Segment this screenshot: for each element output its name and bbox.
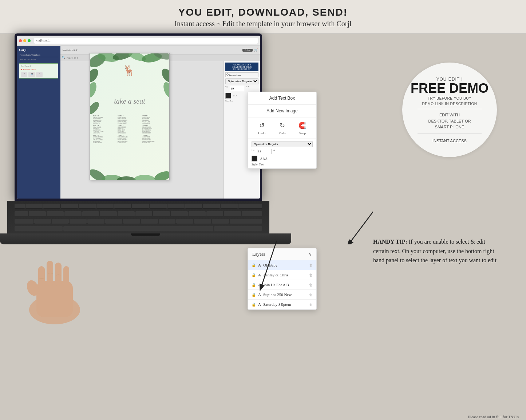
add-text-box-button[interactable]: Add Text Box <box>248 92 316 105</box>
layer-type-icon-1: A <box>258 263 261 267</box>
svg-point-10 <box>162 81 170 99</box>
layer-delete-icon-3[interactable]: 🗑 <box>309 283 313 287</box>
layer-lock-icon-3: 🔒 <box>252 283 256 287</box>
font-select[interactable]: Spinnaker Regular <box>225 78 258 84</box>
canvas-deer: 🦌 <box>123 64 135 76</box>
layer-type-icon-5: A <box>258 302 261 307</box>
sidebar-btn-2[interactable]: 💾 <box>28 72 35 77</box>
redo-label: Redo <box>279 131 286 135</box>
undo-icon: ↺ <box>257 121 266 130</box>
layer-delete-icon-4[interactable]: 🗑 <box>309 293 313 297</box>
sidebar-btn-3[interactable]: ✓ <box>36 72 43 77</box>
layer-item-saturday[interactable]: 🔒 A Saturday SEptem 🗑 <box>248 300 316 309</box>
layer-delete-icon-1[interactable]: 🗑 <box>309 263 313 267</box>
resize-image-check[interactable]: Resize as Image <box>225 72 258 77</box>
layer-lock-icon-5: 🔒 <box>252 303 256 307</box>
order-status: INCOMPLETE <box>23 68 36 70</box>
layer-lock-icon-1: 🔒 <box>252 263 256 267</box>
redo-tool[interactable]: ↻ Redo <box>278 121 286 135</box>
demo-divider-1 <box>418 109 482 109</box>
layer-item-oh-baby[interactable]: 🔒 A Oh Baby 🗑 <box>248 260 316 270</box>
layer-item-ashley-chris[interactable]: 🔒 A Ashley & Chris 🗑 <box>248 270 316 280</box>
svg-point-6 <box>90 67 100 84</box>
corjl-main: best friend it ▾ Online 🛒 🔍 Page 1 of 1 <box>60 46 260 199</box>
layers-header: Layers ∨ <box>248 248 316 260</box>
layer-delete-icon-2[interactable]: 🗑 <box>309 273 313 277</box>
footer-credit: Please read ad in full for T&C's <box>468 415 519 419</box>
keyboard-row-4 <box>15 226 262 233</box>
height-input[interactable] <box>230 86 244 91</box>
banner-title: YOU EDIT, DOWNLOAD, SEND! <box>0 7 526 18</box>
keyboard-row-2 <box>15 211 262 218</box>
browser-bar: corjl.com/... <box>17 36 260 46</box>
undo-label: Undo <box>258 131 265 135</box>
zoom-level: Page 1 of 1 <box>67 56 78 59</box>
canvas-tables: TABLE 1 SAMANTHA JAMESJESSICA SMITHMICHA… <box>91 115 168 144</box>
svg-point-15 <box>153 169 170 180</box>
browser-dot-red <box>19 39 22 42</box>
main-area: corjl.com/... Corjl NoorayParty Template… <box>0 33 526 420</box>
demo-try-before: TRY BEFORE YOU BUY <box>428 96 471 100</box>
svg-point-7 <box>90 81 98 99</box>
style-text: Style: Text <box>252 163 313 166</box>
demo-instant-access: INSTANT ACCESS <box>432 139 467 143</box>
hand-svg <box>18 252 106 324</box>
zoom-in-icon[interactable]: 🔍 <box>62 56 66 59</box>
demo-divider-2 <box>418 133 482 133</box>
canvas-table-6: TABLE 6 CHLOE NELSONBENJAMIN CARTERELLA … <box>142 125 166 134</box>
order-label: Hold Name 4 <box>21 65 56 67</box>
svg-point-14 <box>134 175 155 180</box>
free-demo-circle: YOU EDIT ! FREE DEMO TRY BEFORE YOU BUY … <box>402 63 497 157</box>
sidebar-btn-1[interactable]: ↩ <box>21 72 27 77</box>
browser-dot-green <box>28 39 31 42</box>
snap-icon: 🧲 <box>298 121 307 130</box>
canvas-table-1: TABLE 1 SAMANTHA JAMESJESSICA SMITHMICHA… <box>93 115 117 124</box>
snap-tool[interactable]: 🧲 Snap <box>298 121 307 135</box>
corjl-interface: Corjl NoorayParty Templates Order ID: 15… <box>17 46 260 199</box>
svg-rect-20 <box>55 263 62 286</box>
toolbar-label: best friend it ▾ <box>63 49 78 52</box>
layer-delete-icon-5[interactable]: 🗑 <box>309 303 313 307</box>
svg-rect-18 <box>38 266 45 288</box>
browser-dot-yellow <box>23 39 26 42</box>
add-new-image-button[interactable]: Add New Image <box>248 105 316 117</box>
top-banner: YOU EDIT, DOWNLOAD, SEND! Instant access… <box>0 0 526 33</box>
snap-label: Snap <box>299 131 306 135</box>
corjl-brand: NoorayParty Templates <box>19 53 58 57</box>
canvas-table-7: TABLE 7 VICTORIA TURNERJACK PHILLIPSNATA… <box>93 135 117 144</box>
hgt-input[interactable] <box>257 149 272 154</box>
corjl-sidebar: Corjl NoorayParty Templates Order ID: 15… <box>17 46 60 199</box>
canvas-take-a-seat: take a seat <box>90 97 169 105</box>
layer-name-oh-baby: Oh Baby <box>263 263 307 267</box>
layer-item-join-us[interactable]: 🔒 A Join Us For A B 🗑 <box>248 280 316 290</box>
svg-rect-21 <box>63 266 69 288</box>
undo-tool[interactable]: ↺ Undo <box>257 121 266 135</box>
layers-title: Layers <box>252 251 265 257</box>
color-swatch[interactable] <box>225 93 231 99</box>
corjl-logo: Corjl <box>19 48 58 52</box>
keyboard-row-3 <box>15 219 262 225</box>
layer-item-supinos[interactable]: 🔒 A Supinos 250 New 🗑 <box>248 290 316 300</box>
layer-name-saturday: Saturday SEptem <box>263 302 307 307</box>
text-color-swatch[interactable] <box>252 156 257 161</box>
browser-url: corjl.com/... <box>34 38 258 44</box>
text-style-select[interactable]: Spinnaker Regular <box>252 141 313 147</box>
design-canvas: 🦌 take a seat TABLE 1 SAM <box>90 53 170 180</box>
laptop-screen: corjl.com/... Corjl NoorayParty Template… <box>15 33 262 201</box>
laptop-base <box>0 233 291 244</box>
layer-lock-icon-4: 🔒 <box>252 293 256 297</box>
handy-tip-label: HANDY TIP: <box>373 239 407 245</box>
layers-chevron-icon[interactable]: ∨ <box>309 252 312 257</box>
layer-name-supinos: Supinos 250 New <box>263 292 307 297</box>
demo-link: DEMO LINK IN DESCRIPTION <box>422 102 477 106</box>
canvas-table-3: TABLE 3 AVA JACKSONNOAH WHITEMIA HARRISL… <box>142 115 166 124</box>
screen-inner: corjl.com/... Corjl NoorayParty Template… <box>17 36 260 199</box>
layer-type-icon-2: A <box>258 273 261 277</box>
canvas-table-2: TABLE 2 DANIEL WILSONOLIVIA TAYLORJAMES … <box>118 115 142 124</box>
cart-icon[interactable]: 🛒 <box>254 48 258 52</box>
online-badge: Online <box>242 49 253 52</box>
demo-edit-with: EDIT WITHDESKTOP, TABLET ORSMART PHONE <box>428 112 471 130</box>
resize-checkbox[interactable] <box>226 73 229 76</box>
svg-rect-19 <box>47 261 53 286</box>
handy-tip: HANDY TIP: If you are unable to select &… <box>373 237 497 265</box>
